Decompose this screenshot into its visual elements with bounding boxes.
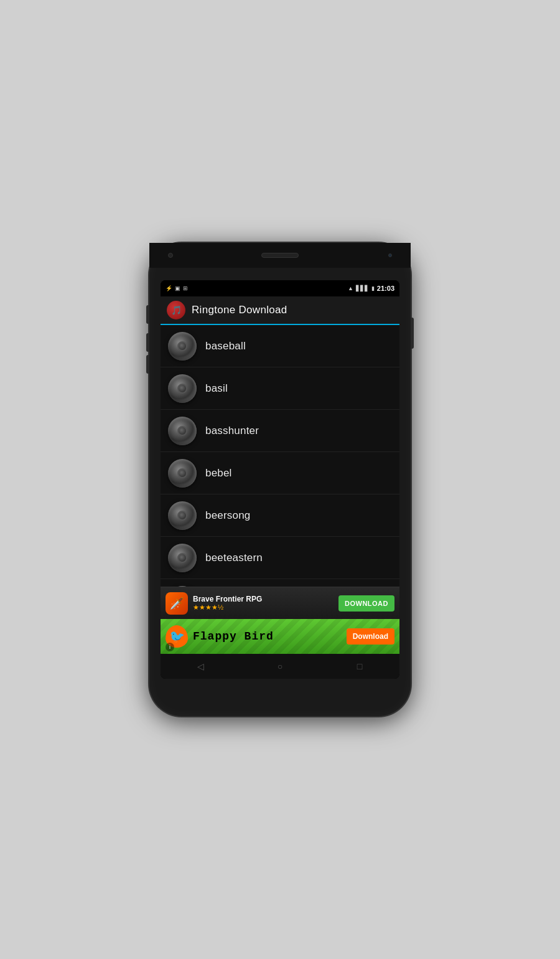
list-item[interactable]: baseball	[161, 325, 399, 367]
app-icon: 🎵	[167, 301, 185, 319]
signal-icon: ▋▋▋	[356, 285, 369, 291]
image-icon: ⊞	[183, 285, 188, 291]
front-camera	[168, 253, 173, 258]
back-button[interactable]: ◁	[188, 659, 213, 674]
speaker-icon	[168, 501, 197, 530]
list-item[interactable]: beethoven	[161, 579, 399, 587]
speaker-inner	[177, 384, 187, 394]
speaker-inner	[177, 511, 187, 521]
phone-top-hardware	[149, 243, 411, 268]
list-item[interactable]: beersong	[161, 494, 399, 537]
list-item[interactable]: basshunter	[161, 410, 399, 452]
home-button[interactable]: ○	[268, 659, 292, 674]
status-right-icons: ▲ ▋▋▋ ▮ 21:03	[348, 285, 394, 292]
ringtone-name: basil	[205, 382, 228, 395]
ad-flappy-bird[interactable]: 🐦 Flappy Bird Download i	[161, 619, 399, 654]
ad-info-badge: i	[166, 643, 174, 651]
wifi-icon: ▲	[348, 285, 353, 291]
ringtone-list: baseball basil basshunter bebel	[161, 325, 399, 587]
speaker-icon	[168, 417, 197, 445]
ad-brave-info: Brave Frontier RPG ★★★★½	[193, 595, 334, 612]
list-item[interactable]: bebel	[161, 452, 399, 494]
list-item[interactable]: basil	[161, 367, 399, 410]
speaker-inner	[177, 426, 187, 436]
ad-brave-frontier[interactable]: 🗡️ Brave Frontier RPG ★★★★½ DOWNLOAD	[161, 587, 399, 619]
usb-icon: ⚡	[166, 285, 172, 291]
app-titlebar: 🎵 Ringtone Download	[161, 296, 399, 325]
speaker-icon	[168, 374, 197, 403]
speaker-inner	[177, 341, 187, 351]
recents-button[interactable]: □	[347, 659, 372, 674]
list-item[interactable]: beeteastern	[161, 537, 399, 579]
speaker-icon	[168, 544, 197, 572]
ringtone-name: bebel	[205, 467, 232, 479]
earpiece-speaker	[261, 253, 299, 258]
phone-nav-bar: ◁ ○ □	[161, 654, 399, 679]
ringtone-name: basshunter	[205, 425, 259, 437]
status-left-icons: ⚡ ▣ ⊞	[166, 285, 188, 291]
phone-screen: ⚡ ▣ ⊞ ▲ ▋▋▋ ▮ 21:03 🎵 Ringtone Download …	[161, 280, 399, 679]
brave-frontier-icon: 🗡️	[166, 592, 188, 615]
speaker-inner	[177, 553, 187, 563]
battery-icon: ▮	[371, 285, 375, 291]
status-bar: ⚡ ▣ ⊞ ▲ ▋▋▋ ▮ 21:03	[161, 280, 399, 296]
ringtone-name: beeteastern	[205, 552, 263, 564]
flappy-download-button[interactable]: Download	[347, 628, 394, 645]
app-title: Ringtone Download	[192, 304, 287, 316]
ad-brave-title: Brave Frontier RPG	[193, 595, 334, 603]
flappy-bird-title: Flappy Bird	[193, 630, 342, 643]
sd-icon: ▣	[175, 285, 180, 291]
status-time: 21:03	[377, 285, 394, 292]
light-sensor	[388, 253, 392, 257]
phone-device: ⚡ ▣ ⊞ ▲ ▋▋▋ ▮ 21:03 🎵 Ringtone Download …	[149, 243, 411, 716]
speaker-inner	[177, 468, 187, 478]
ad-brave-download-button[interactable]: DOWNLOAD	[338, 595, 394, 612]
speaker-icon	[168, 459, 197, 488]
ringtone-name: beersong	[205, 509, 251, 522]
ad-brave-stars: ★★★★½	[193, 603, 334, 612]
ringtone-name: baseball	[205, 340, 246, 352]
speaker-icon	[168, 332, 197, 361]
